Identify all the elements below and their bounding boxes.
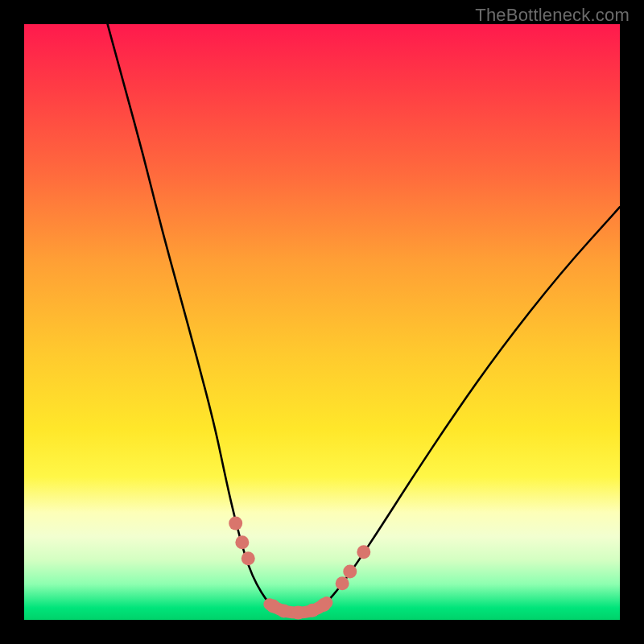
data-marker: [242, 551, 255, 565]
data-marker: [229, 517, 242, 530]
data-marker: [235, 535, 249, 549]
data-marker: [357, 545, 370, 559]
watermark-text: TheBottleneck.com: [475, 5, 630, 26]
data-marker: [343, 565, 357, 579]
data-marker: [336, 576, 349, 590]
data-marker: [291, 606, 305, 620]
data-marker: [277, 604, 291, 617]
chart-frame: TheBottleneck.com: [0, 0, 644, 644]
plot-area: [24, 24, 620, 620]
data-marker: [317, 598, 331, 612]
bottleneck-curve: [108, 24, 620, 613]
curve-overlay: [24, 24, 620, 620]
